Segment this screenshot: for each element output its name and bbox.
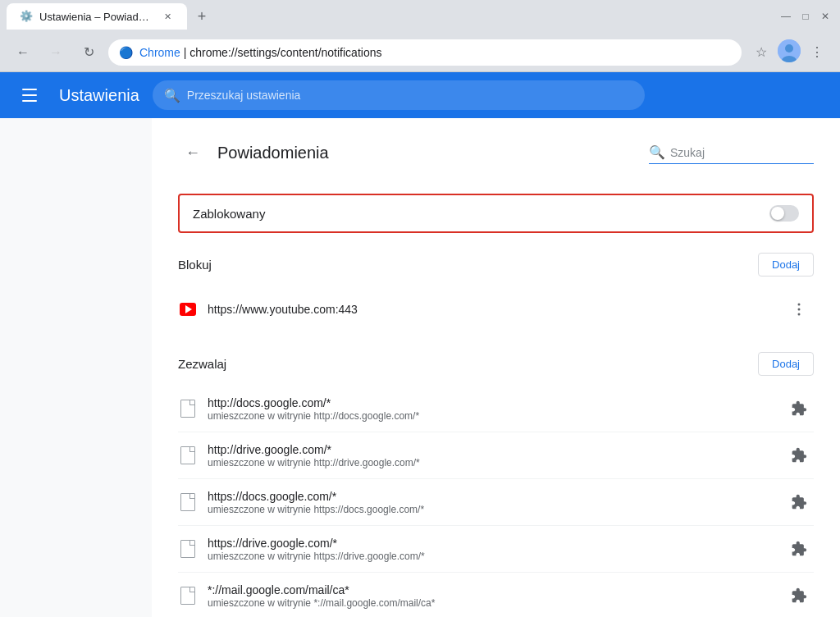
page-title: Powiadomienia xyxy=(217,144,329,162)
settings-search-placeholder: Przeszukaj ustawienia xyxy=(187,89,301,102)
list-item: http://drive.google.com/* umieszczone w … xyxy=(178,432,814,479)
site-url: https://docs.google.com/* xyxy=(208,490,774,503)
settings-header: Ustawienia 🔍 Przeszukaj ustawienia xyxy=(0,72,840,118)
page-back-button[interactable]: ← xyxy=(178,138,208,167)
puzzle-action-button[interactable] xyxy=(784,534,814,564)
site-sublabel: umieszczone w witrynie https://drive.goo… xyxy=(208,551,774,562)
doc-favicon xyxy=(178,399,198,418)
url-brand: Chrome xyxy=(139,46,180,59)
list-item: https://www.youtube.com:443 xyxy=(178,286,814,332)
list-item: https://drive.google.com/* umieszczone w… xyxy=(178,526,814,573)
more-dots-icon xyxy=(797,303,801,316)
site-url: http://drive.google.com/* xyxy=(208,443,774,456)
puzzle-action-button[interactable] xyxy=(784,441,814,470)
allowed-sites-list: http://docs.google.com/* umieszczone w w… xyxy=(178,386,814,617)
page-header-left: ← Powiadomienia xyxy=(178,138,329,167)
puzzle-action-button[interactable] xyxy=(784,394,814,423)
window-controls: — □ ✕ xyxy=(778,8,833,25)
url-bar[interactable]: 🔵 Chrome | chrome://settings/content/not… xyxy=(108,39,742,66)
hamburger-line-1 xyxy=(22,89,37,90)
close-button[interactable]: ✕ xyxy=(817,8,833,25)
site-info: https://www.youtube.com:443 xyxy=(208,303,774,316)
site-sublabel: umieszczone w witrynie https://docs.goog… xyxy=(208,504,774,515)
active-tab[interactable]: ⚙️ Ustawienia – Powiadomienia ✕ xyxy=(7,3,187,30)
puzzle-action-button[interactable] xyxy=(784,581,814,610)
tab-title: Ustawienia – Powiadomienia xyxy=(39,11,154,23)
site-url: http://docs.google.com/* xyxy=(208,396,774,409)
site-info: https://drive.google.com/* umieszczone w… xyxy=(208,537,774,562)
page-search-box[interactable]: 🔍 xyxy=(649,141,814,164)
page-search-icon: 🔍 xyxy=(649,144,665,160)
site-info: https://docs.google.com/* umieszczone w … xyxy=(208,490,774,515)
page-header: ← Powiadomienia 🔍 xyxy=(178,131,814,174)
doc-favicon xyxy=(178,446,198,465)
browser-frame: ⚙️ Ustawienia – Powiadomienia ✕ + — □ ✕ … xyxy=(0,0,840,617)
list-item: http://docs.google.com/* umieszczone w w… xyxy=(178,386,814,432)
block-section-title: Blokuj xyxy=(178,258,212,272)
menu-button[interactable]: ⋮ xyxy=(804,39,830,66)
doc-favicon xyxy=(178,539,198,559)
puzzle-action-button[interactable] xyxy=(784,487,814,517)
allow-add-button[interactable]: Dodaj xyxy=(758,352,814,376)
minimize-button[interactable]: — xyxy=(778,8,794,25)
main-content: ← Powiadomienia 🔍 Zablokowany xyxy=(152,118,840,617)
puzzle-icon xyxy=(791,587,807,604)
document-icon xyxy=(180,400,195,418)
block-section-header: Blokuj Dodaj xyxy=(178,253,814,277)
block-add-button[interactable]: Dodaj xyxy=(758,253,814,277)
site-info: http://drive.google.com/* umieszczone w … xyxy=(208,443,774,468)
refresh-button[interactable]: ↻ xyxy=(75,39,102,66)
puzzle-icon xyxy=(791,400,807,417)
allow-section-header: Zezwalaj Dodaj xyxy=(178,352,814,376)
puzzle-icon xyxy=(791,447,807,464)
url-actions: ☆ ⋮ xyxy=(748,39,830,66)
page-search-input[interactable] xyxy=(670,146,814,159)
tab-area: ⚙️ Ustawienia – Powiadomienia ✕ + xyxy=(7,3,771,30)
back-button[interactable]: ← xyxy=(10,39,36,66)
site-info: *://mail.google.com/mail/ca* umieszczone… xyxy=(208,583,774,609)
list-item: *://mail.google.com/mail/ca* umieszczone… xyxy=(178,573,814,617)
site-url: *://mail.google.com/mail/ca* xyxy=(208,583,774,596)
site-sublabel: umieszczone w witrynie *://mail.google.c… xyxy=(208,597,774,609)
url-text: Chrome | chrome://settings/content/notif… xyxy=(139,46,731,59)
security-icon: 🔵 xyxy=(119,46,133,59)
blocked-label: Zablokowany xyxy=(193,207,265,221)
document-icon xyxy=(180,493,195,511)
svg-point-4 xyxy=(798,308,801,311)
tab-favicon: ⚙️ xyxy=(20,10,33,23)
tab-close-button[interactable]: ✕ xyxy=(161,10,174,23)
site-url: https://www.youtube.com:443 xyxy=(208,303,774,316)
youtube-play-triangle xyxy=(185,305,192,313)
url-path: settings/content/notifications xyxy=(238,46,382,59)
url-separator: | chrome:// xyxy=(184,46,238,59)
new-tab-button[interactable]: + xyxy=(190,5,213,28)
avatar-image xyxy=(778,39,801,62)
hamburger-line-3 xyxy=(22,100,37,102)
doc-favicon xyxy=(178,586,198,606)
address-bar: ← → ↻ 🔵 Chrome | chrome://settings/conte… xyxy=(0,33,840,72)
list-item: https://docs.google.com/* umieszczone w … xyxy=(178,479,814,526)
blocked-toggle[interactable] xyxy=(769,205,799,222)
puzzle-icon xyxy=(791,541,807,557)
sidebar xyxy=(0,118,152,617)
blocked-toggle-row: Zablokowany xyxy=(178,194,814,233)
svg-point-3 xyxy=(798,304,801,306)
site-sublabel: umieszczone w witrynie http://drive.goog… xyxy=(208,457,774,468)
profile-avatar[interactable] xyxy=(778,39,801,62)
settings-search-bar[interactable]: 🔍 Przeszukaj ustawienia xyxy=(153,80,645,110)
settings-search-icon: 🔍 xyxy=(164,88,180,103)
allow-section: Zezwalaj Dodaj http://docs.google.com/* … xyxy=(178,352,814,617)
forward-button[interactable]: → xyxy=(43,39,69,66)
site-more-button[interactable] xyxy=(784,295,814,324)
title-bar: ⚙️ Ustawienia – Powiadomienia ✕ + — □ ✕ xyxy=(0,0,840,33)
blocked-sites-list: https://www.youtube.com:443 xyxy=(178,286,814,332)
block-section: Blokuj Dodaj https://www.youtube.com:44 xyxy=(178,253,814,332)
hamburger-line-2 xyxy=(22,94,37,96)
site-info: http://docs.google.com/* umieszczone w w… xyxy=(208,396,774,422)
bookmark-button[interactable]: ☆ xyxy=(748,39,774,66)
maximize-button[interactable]: □ xyxy=(797,8,814,25)
hamburger-menu-button[interactable] xyxy=(13,79,46,112)
notifications-page: ← Powiadomienia 🔍 Zablokowany xyxy=(152,118,840,617)
content-area: ← Powiadomienia 🔍 Zablokowany xyxy=(0,118,840,617)
doc-favicon xyxy=(178,492,198,512)
